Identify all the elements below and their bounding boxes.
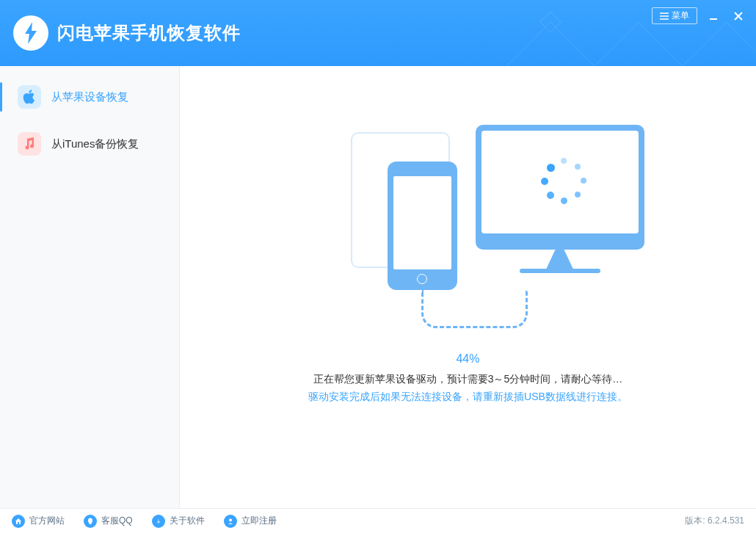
footer-link-website[interactable]: 官方网站 [12, 515, 65, 528]
sidebar-item-itunes-backup[interactable]: 从iTunes备份恢复 [0, 120, 179, 167]
footer-link-register[interactable]: 立即注册 [224, 515, 277, 528]
phone-icon [388, 162, 457, 290]
sidebar-item-apple-device[interactable]: 从苹果设备恢复 [0, 73, 179, 120]
sidebar: 从苹果设备恢复 从iTunes备份恢复 [0, 66, 180, 508]
info-icon [152, 515, 165, 528]
close-icon [733, 11, 744, 21]
version-label: 版本: 6.2.4.531 [685, 515, 744, 527]
cable-icon [421, 290, 528, 328]
status-line-2: 驱动安装完成后如果无法连接设备，请重新拔插USB数据线进行连接。 [308, 391, 628, 404]
title-bar: 闪电苹果手机恢复软件 菜单 [0, 0, 756, 66]
connection-illustration [277, 117, 659, 301]
home-icon [12, 515, 25, 528]
footer-link-label: 立即注册 [241, 515, 277, 527]
status-line-1: 正在帮您更新苹果设备驱动，预计需要3～5分钟时间，请耐心等待… [308, 373, 628, 386]
svg-point-8 [89, 523, 92, 524]
window-controls: 菜单 [652, 7, 747, 24]
menu-label: 菜单 [672, 10, 689, 22]
user-icon [224, 515, 237, 528]
main-panel: 44% 正在帮您更新苹果设备驱动，预计需要3～5分钟时间，请耐心等待… 驱动安装… [180, 66, 756, 508]
footer-link-label: 官方网站 [29, 515, 65, 527]
footer-link-about[interactable]: 关于软件 [152, 515, 205, 528]
close-button[interactable] [730, 9, 747, 23]
apple-icon [18, 85, 41, 109]
footer-links: 官方网站 客服QQ 关于软件 立即注册 [12, 515, 277, 528]
content-area: 从苹果设备恢复 从iTunes备份恢复 [0, 66, 756, 508]
footer-link-label: 关于软件 [170, 515, 205, 527]
svg-point-9 [229, 518, 232, 521]
svg-point-7 [88, 518, 92, 523]
menu-button[interactable]: 菜单 [652, 7, 697, 24]
progress-percent: 44% [308, 352, 628, 366]
app-logo [13, 15, 48, 51]
status-block: 44% 正在帮您更新苹果设备驱动，预计需要3～5分钟时间，请耐心等待… 驱动安装… [308, 352, 628, 404]
sidebar-item-label: 从苹果设备恢复 [51, 90, 128, 104]
monitor-base [520, 269, 600, 273]
qq-icon [84, 515, 97, 528]
svg-rect-0 [540, 12, 561, 32]
app-title: 闪电苹果手机恢复软件 [57, 21, 241, 45]
minimize-button[interactable] [705, 9, 722, 23]
minimize-icon [708, 11, 719, 21]
lightning-icon [21, 22, 40, 44]
status-bar: 官方网站 客服QQ 关于软件 立即注册 版本: 6.2.4.531 [0, 508, 756, 533]
footer-link-qq[interactable]: 客服QQ [84, 515, 133, 528]
music-note-icon [18, 132, 41, 156]
footer-link-label: 客服QQ [101, 515, 133, 527]
loading-spinner-icon [538, 158, 589, 209]
menu-icon [660, 12, 669, 20]
sidebar-item-label: 从iTunes备份恢复 [51, 137, 139, 151]
